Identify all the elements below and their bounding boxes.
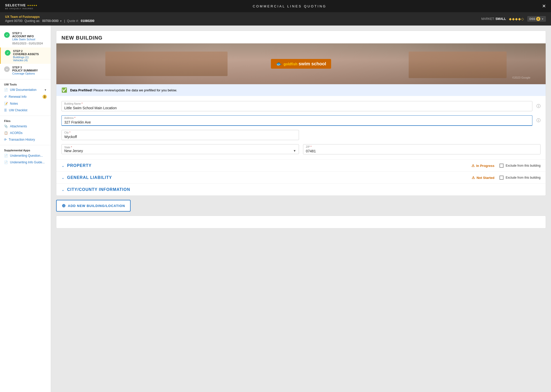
sidebar-item-step2[interactable]: ✓ STEP 2 COVERED ASSETS Buildings (1) Ve… [0,47,51,64]
city-group: City * Wyckoff [61,130,541,140]
agent-name: UX Team of Fusionapps [5,15,94,19]
state-col: State * New Jersey ▼ [61,144,299,154]
property-status-badge: ⚠ In Progress [471,164,495,168]
property-section-right: ⚠ In Progress Exclude from this building [471,164,541,168]
sidebar-item-step3[interactable]: ● STEP 3 POLICY SUMMARY Coverage Options [0,64,51,77]
renewal-info-label: Renewal Info [9,95,27,99]
acords-icon: 📋 [4,131,8,135]
renewal-icon: ↺ [4,95,7,99]
step3-circle: ● [4,66,10,72]
address-value: 327 Franklin Ave [64,120,530,124]
quoting-label: Quoting as: [24,19,40,23]
building-title: NEW BUILDING [61,35,541,41]
close-button[interactable]: ✕ [542,3,546,9]
property-section-header[interactable]: ⌄ PROPERTY ⚠ In Progress Exclude from th… [56,160,546,172]
sidebar-item-transaction-history[interactable]: ⟳ Transaction History [0,136,51,143]
property-exclude-container: Exclude from this building [499,164,541,168]
diamond-rating: ◆◆◆◆◇ [509,17,524,21]
supplemental-title: Supplemental Apps [0,147,51,152]
uw-question-label: Underwriting Question... [10,154,43,157]
building-name-row: Building Name * Little Swim School Main … [61,101,541,111]
step1-date: 05/01/2023 - 01/01/2024 [12,42,43,45]
property-exclude-checkbox[interactable] [499,164,504,168]
sidebar-item-acords[interactable]: 📋 ACORDs [0,130,51,136]
state-label: State * [64,146,296,149]
app-title: COMMERCIAL LINES QUOTING [253,4,327,8]
city-county-section-header[interactable]: ⌄ CITY/COUNTY INFORMATION [56,183,546,195]
address-field[interactable]: Address * 327 Franklin Ave [61,115,532,126]
address-group: Address * 327 Franklin Ave ⓘ [61,115,541,126]
general-liability-section-header[interactable]: ⌄ GENERAL LIABILITY ⚠ Not Started Exclud… [56,172,546,183]
address-info-icon[interactable]: ⓘ [536,118,541,123]
step2-content: STEP 2 COVERED ASSETS Buildings (1) Vehi… [13,50,39,62]
renewal-badge: 3 [43,95,47,99]
step1-content: STEP 1 ACCOUNT INFO Little Swim School 0… [12,32,43,45]
sidebar-item-renewal-info[interactable]: ↺ Renewal Info 3 [0,93,51,100]
bottom-card [56,216,546,228]
agent-info-row: Agent 00700 Quoting as: 00700-0000 ▼ | Q… [5,19,94,23]
dss-dropdown-arrow: ▼ [541,18,544,20]
sidebar-item-notes[interactable]: 📝 Notes [0,100,51,107]
building-name-field[interactable]: Building Name * Little Swim School Main … [61,101,532,111]
general-liability-status-text: Not Started [477,176,494,180]
transaction-history-label: Transaction History [9,138,35,141]
sidebar-item-step1[interactable]: ✓ STEP 1 ACCOUNT INFO Little Swim School… [0,30,51,47]
step3-link1[interactable]: Coverage Options [12,72,38,75]
city-field[interactable]: City * Wyckoff [61,130,299,140]
sidebar: ✓ STEP 1 ACCOUNT INFO Little Swim School… [0,26,51,392]
zip-value: 07481 [306,149,538,153]
sidebar-item-attachments[interactable]: 📎 Attachments [0,123,51,130]
building-name-label: Building Name * [64,102,83,105]
sidebar-item-uw-documentation[interactable]: 📄 UW Documentation ▼ [0,87,51,93]
main-layout: ✓ STEP 1 ACCOUNT INFO Little Swim School… [0,26,551,392]
step3-content: STEP 3 POLICY SUMMARY Coverage Options [12,66,38,75]
dss-badge[interactable]: DSS 0 ▼ [527,16,546,22]
state-zip-row: State * New Jersey ▼ ZIP [61,144,541,154]
step3-label: STEP 3 [12,66,38,69]
zip-label: ZIP * [306,145,311,148]
step2-link2[interactable]: Vehicles (4) [13,59,39,62]
content-area: NEW BUILDING 🐟 goldfish swim school ©202… [51,26,551,392]
add-building-button[interactable]: ⊕ ADD NEW BUILDING/LOCATION [56,200,131,212]
agent-info-block: UX Team of Fusionapps Agent 00700 Quotin… [5,15,94,23]
sidebar-item-uw-question[interactable]: 📄 Underwriting Question... [0,152,51,159]
state-field[interactable]: State * New Jersey ▼ [61,144,299,154]
building-image: 🐟 goldfish swim school ©2023 Google [56,43,546,84]
address-row: Address * 327 Franklin Ave ⓘ [61,115,541,126]
building-name-value: Little Swim School Main Location [64,106,530,110]
building-form: Building Name * Little Swim School Main … [56,96,546,160]
sidebar-item-uw-checklist[interactable]: ☰ UW Checklist [0,107,51,114]
sub-header: UX Team of Fusionapps Agent 00700 Quotin… [0,12,551,26]
general-liability-status-icon: ⚠ [472,176,475,180]
add-building-label: ADD NEW BUILDING/LOCATION [68,204,125,208]
sidebar-divider-2 [0,116,51,116]
uw-question-icon: 📄 [4,154,8,157]
uw-documentation-expand: ▼ [44,89,47,91]
transaction-icon: ⟳ [4,138,7,141]
market-info: MARKET: SMALL ◆◆◆◆◇ DSS 0 ▼ [481,16,546,22]
dss-label: DSS [529,17,535,20]
general-liability-exclude-checkbox[interactable] [499,176,504,180]
quoting-dropdown-arrow: ▼ [60,20,62,22]
building-name-info-icon[interactable]: ⓘ [536,104,541,109]
step2-link1[interactable]: Buildings (1) [13,56,39,59]
general-liability-section-left: ⌄ GENERAL LIABILITY [61,175,112,180]
step1-link1[interactable]: Little Swim School [12,38,43,41]
fish-icon: 🐟 [276,61,282,67]
step1-label: STEP 1 [12,32,43,35]
data-prefilled-banner: ✅ Data Prefilled! Please review/update t… [56,84,546,96]
general-liability-exclude-label: Exclude from this building [506,176,541,179]
sidebar-item-uw-info-guide[interactable]: 📄 Underwriting Info Guide... [0,159,51,166]
market-label: MARKET: SMALL [481,17,506,21]
uw-tools-title: UW Tools [0,81,51,87]
zip-field[interactable]: ZIP * 07481 [303,144,541,154]
city-value: Wyckoff [64,135,296,139]
city-county-chevron: ⌄ [61,188,65,192]
files-title: Files [0,118,51,123]
step3-title: POLICY SUMMARY [12,69,38,72]
quoting-dropdown[interactable]: 00700-0000 ▼ [42,19,62,23]
quote-number: 01080200 [81,19,94,23]
property-chevron: ⌄ [61,164,65,168]
building-card-header: NEW BUILDING [56,31,546,43]
top-nav: SELECTIVE ✦✦✦✦✦ BE UNIQUELY INSURED COMM… [0,0,551,12]
